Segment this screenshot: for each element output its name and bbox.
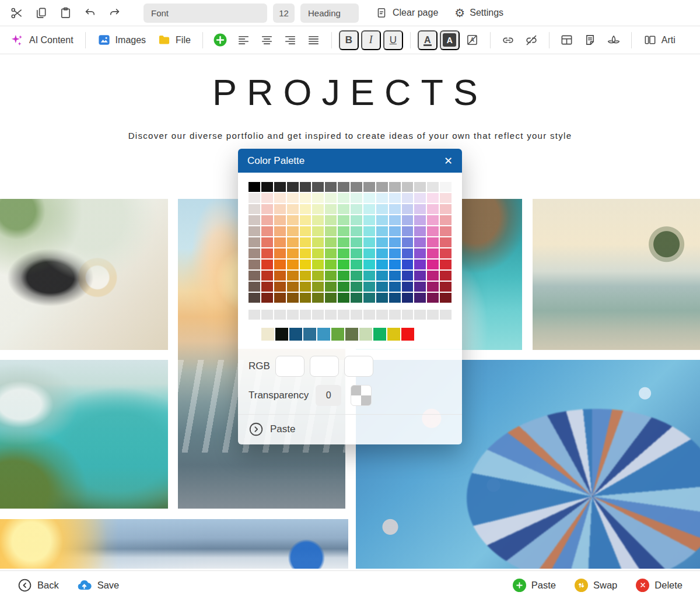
palette-cell[interactable] bbox=[376, 282, 388, 292]
palette-cell[interactable] bbox=[312, 237, 324, 247]
text-color-button[interactable]: A bbox=[418, 30, 438, 50]
file-button[interactable]: File bbox=[153, 30, 195, 51]
palette-cell[interactable] bbox=[274, 293, 286, 303]
clear-page-button[interactable]: Clear page bbox=[370, 2, 443, 23]
palette-cell[interactable] bbox=[376, 310, 388, 320]
palette-cell[interactable] bbox=[402, 182, 414, 192]
palette-cell[interactable] bbox=[300, 204, 312, 214]
palette-cell[interactable] bbox=[363, 182, 375, 192]
palette-cell[interactable] bbox=[261, 271, 273, 281]
transparency-value[interactable]: 0 bbox=[316, 385, 341, 406]
palette-cell[interactable] bbox=[427, 282, 439, 292]
ai-content-button[interactable]: AI Content bbox=[5, 30, 78, 51]
palette-cell[interactable] bbox=[414, 237, 426, 247]
palette-cell[interactable] bbox=[389, 237, 401, 247]
palette-cell[interactable] bbox=[414, 282, 426, 292]
rgb-r-input[interactable] bbox=[275, 356, 304, 377]
copy-button[interactable] bbox=[30, 3, 51, 23]
palette-cell[interactable] bbox=[249, 248, 260, 258]
palette-cell[interactable] bbox=[300, 271, 312, 281]
palette-cell[interactable] bbox=[401, 328, 414, 341]
decoration-button[interactable] bbox=[603, 30, 624, 50]
palette-cell[interactable] bbox=[351, 182, 362, 192]
palette-cell[interactable] bbox=[414, 293, 426, 303]
palette-cell[interactable] bbox=[338, 237, 349, 247]
photo-desk-camera-coffee[interactable] bbox=[0, 199, 168, 350]
palette-cell[interactable] bbox=[287, 193, 299, 203]
palette-cell[interactable] bbox=[351, 293, 362, 303]
rgb-g-input[interactable] bbox=[310, 356, 339, 377]
palette-cell[interactable] bbox=[287, 271, 299, 281]
palette-cell[interactable] bbox=[249, 215, 260, 225]
palette-cell[interactable] bbox=[300, 237, 312, 247]
palette-cell[interactable] bbox=[317, 328, 330, 341]
align-left-button[interactable] bbox=[233, 30, 254, 50]
insert-note-button[interactable] bbox=[580, 30, 601, 50]
palette-cell[interactable] bbox=[338, 293, 349, 303]
palette-cell[interactable] bbox=[389, 182, 401, 192]
palette-cell[interactable] bbox=[287, 260, 299, 269]
palette-cell[interactable] bbox=[325, 193, 337, 203]
palette-cell[interactable] bbox=[414, 271, 426, 281]
palette-cell[interactable] bbox=[402, 310, 414, 320]
palette-cell[interactable] bbox=[440, 193, 452, 203]
palette-cell[interactable] bbox=[338, 193, 349, 203]
palette-cell[interactable] bbox=[414, 260, 426, 269]
palette-cell[interactable] bbox=[274, 215, 286, 225]
justify-button[interactable] bbox=[303, 30, 324, 50]
palette-cell[interactable] bbox=[287, 226, 299, 236]
palette-cell[interactable] bbox=[363, 293, 375, 303]
palette-cell[interactable] bbox=[414, 215, 426, 225]
palette-cell[interactable] bbox=[338, 260, 349, 269]
palette-cell[interactable] bbox=[287, 310, 299, 320]
palette-cell[interactable] bbox=[389, 293, 401, 303]
palette-cell[interactable] bbox=[261, 328, 274, 341]
insert-link-button[interactable] bbox=[498, 30, 519, 50]
palette-cell[interactable] bbox=[325, 237, 337, 247]
palette-cell[interactable] bbox=[376, 260, 388, 269]
palette-cell[interactable] bbox=[440, 282, 452, 292]
palette-cell[interactable] bbox=[312, 271, 324, 281]
palette-cell[interactable] bbox=[261, 248, 273, 258]
palette-cell[interactable] bbox=[414, 193, 426, 203]
palette-cell[interactable] bbox=[389, 193, 401, 203]
palette-cell[interactable] bbox=[440, 204, 452, 214]
palette-cell[interactable] bbox=[261, 226, 273, 236]
palette-cell[interactable] bbox=[261, 204, 273, 214]
font-family-select[interactable]: Font bbox=[144, 3, 267, 23]
palette-cell[interactable] bbox=[363, 193, 375, 203]
palette-cell[interactable] bbox=[300, 182, 312, 192]
delete-button[interactable]: Delete bbox=[636, 579, 682, 592]
palette-cell[interactable] bbox=[427, 310, 439, 320]
align-right-button[interactable] bbox=[280, 30, 301, 50]
palette-cell[interactable] bbox=[303, 328, 316, 341]
palette-cell[interactable] bbox=[287, 282, 299, 292]
palette-cell[interactable] bbox=[351, 271, 362, 281]
palette-cell[interactable] bbox=[325, 260, 337, 269]
palette-cell[interactable] bbox=[351, 204, 362, 214]
palette-cell[interactable] bbox=[325, 271, 337, 281]
palette-cell[interactable] bbox=[287, 248, 299, 258]
palette-cell[interactable] bbox=[325, 282, 337, 292]
palette-cell[interactable] bbox=[389, 310, 401, 320]
palette-cell[interactable] bbox=[261, 282, 273, 292]
palette-cell[interactable] bbox=[249, 226, 260, 236]
palette-cell[interactable] bbox=[351, 226, 362, 236]
palette-cell[interactable] bbox=[249, 204, 260, 214]
palette-cell[interactable] bbox=[338, 310, 349, 320]
palette-cell[interactable] bbox=[376, 248, 388, 258]
palette-cell[interactable] bbox=[402, 226, 414, 236]
palette-cell[interactable] bbox=[338, 226, 349, 236]
palette-cell[interactable] bbox=[376, 293, 388, 303]
palette-cell[interactable] bbox=[274, 204, 286, 214]
palette-cell[interactable] bbox=[363, 260, 375, 269]
palette-cell[interactable] bbox=[427, 248, 439, 258]
palette-cell[interactable] bbox=[376, 226, 388, 236]
palette-cell[interactable] bbox=[300, 260, 312, 269]
palette-cell[interactable] bbox=[427, 237, 439, 247]
font-size-select[interactable]: 12 bbox=[273, 3, 295, 23]
palette-cell[interactable] bbox=[414, 310, 426, 320]
palette-cell[interactable] bbox=[402, 193, 414, 203]
palette-cell[interactable] bbox=[275, 328, 288, 341]
palette-cell[interactable] bbox=[274, 282, 286, 292]
